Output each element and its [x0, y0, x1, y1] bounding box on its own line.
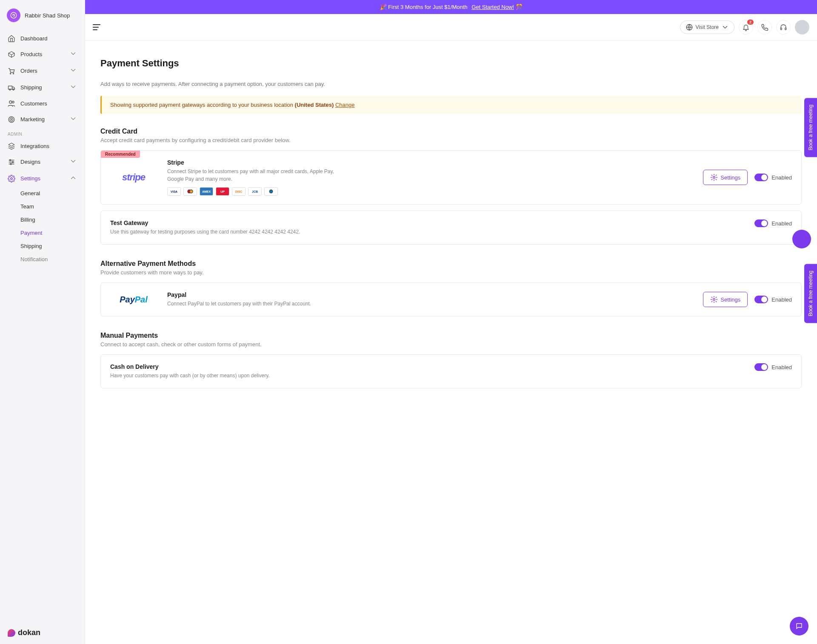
diners-icon — [264, 187, 278, 196]
gateway-name: Test Gateway — [110, 219, 744, 226]
chat-button[interactable] — [790, 617, 808, 635]
chevron-down-icon — [721, 23, 729, 31]
change-location-link[interactable]: Change — [335, 102, 355, 108]
svg-point-4 — [9, 89, 11, 90]
gateway-desc: Connect PayPal to let customers pay with… — [167, 300, 337, 308]
sidebar-sub-general[interactable]: General — [13, 187, 85, 200]
svg-point-0 — [11, 12, 17, 18]
svg-point-9 — [10, 118, 13, 121]
sidebar-item-designs[interactable]: Designs — [0, 154, 85, 170]
settings-submenu: General Team Billing Payment Shipping No… — [0, 187, 85, 266]
sidebar-item-customers[interactable]: Customers — [0, 96, 85, 111]
stripe-logo: stripe — [110, 172, 157, 183]
svg-point-14 — [11, 177, 13, 180]
chevron-up-icon — [69, 174, 77, 183]
sidebar: Rabbir Shad Shop Dashboard Products Orde… — [0, 0, 85, 644]
amex-icon: AMEX — [200, 187, 213, 196]
sliders-icon — [8, 158, 15, 166]
gateway-card-test: Test Gateway Use this gateway for testin… — [100, 211, 802, 245]
svg-point-8 — [9, 117, 14, 123]
unionpay-icon: UP — [216, 187, 229, 196]
section-manual: Manual Payments Connect to accept cash, … — [100, 332, 802, 388]
svg-point-2 — [13, 73, 14, 74]
sidebar-sub-team[interactable]: Team — [13, 200, 85, 213]
paypal-toggle[interactable] — [754, 296, 768, 303]
jcb-icon: JCB — [248, 187, 262, 196]
svg-point-22 — [713, 299, 715, 301]
promo-cta-link[interactable]: Get Started Now! — [471, 4, 514, 10]
shop-name: Rabbir Shad Shop — [25, 12, 70, 19]
sidebar-item-integrations[interactable]: Integrations — [0, 138, 85, 154]
sidebar-item-dashboard[interactable]: Dashboard — [0, 31, 85, 46]
admin-section-label: ADMIN — [0, 128, 85, 138]
globe-icon — [686, 23, 693, 31]
book-meeting-tab-2[interactable]: Book a free meeting — [804, 264, 817, 323]
section-sub: Provide customers with more ways to pay. — [100, 269, 802, 276]
chevron-down-icon — [69, 83, 77, 92]
mastercard-icon — [183, 187, 197, 196]
float-action-circle[interactable] — [792, 230, 811, 248]
section-title: Manual Payments — [100, 332, 802, 339]
page-title: Payment Settings — [100, 58, 802, 69]
test-toggle[interactable] — [754, 219, 768, 227]
chevron-down-icon — [69, 50, 77, 59]
visit-store-button[interactable]: Visit Store — [680, 20, 734, 34]
home-icon — [8, 34, 15, 42]
svg-point-7 — [12, 101, 14, 103]
svg-rect-16 — [780, 28, 782, 30]
svg-rect-17 — [785, 28, 786, 30]
chevron-down-icon — [69, 115, 77, 124]
headset-icon — [780, 23, 787, 31]
visa-icon: VISA — [167, 187, 181, 196]
svg-point-20 — [269, 190, 273, 193]
stripe-toggle[interactable] — [754, 174, 768, 181]
sidebar-sub-payment[interactable]: Payment — [13, 226, 85, 239]
sidebar-item-settings[interactable]: Settings — [0, 170, 85, 187]
section-alternative: Alternative Payment Methods Provide cust… — [100, 260, 802, 316]
promo-banner: 🎉 First 3 Months for Just $1/Month Get S… — [85, 0, 817, 14]
card-brand-icons: VISA AMEX UP DISC JCB — [167, 187, 693, 196]
sidebar-nav: Dashboard Products Orders Shipping Custo… — [0, 31, 85, 621]
phone-icon — [761, 23, 768, 31]
sidebar-sub-billing[interactable]: Billing — [13, 213, 85, 226]
sidebar-sub-shipping[interactable]: Shipping — [13, 239, 85, 253]
toggle-label: Enabled — [771, 174, 792, 181]
hamburger-icon[interactable] — [93, 24, 100, 30]
svg-point-5 — [13, 89, 14, 90]
users-icon — [8, 100, 15, 107]
chevron-down-icon — [69, 66, 77, 75]
svg-point-10 — [11, 119, 12, 120]
sidebar-item-marketing[interactable]: Marketing — [0, 111, 85, 128]
chat-icon — [795, 622, 803, 630]
stripe-settings-button[interactable]: Settings — [703, 170, 748, 185]
svg-point-19 — [190, 190, 193, 193]
content: Payment Settings Add ways to receive pay… — [85, 41, 817, 644]
sidebar-item-shipping[interactable]: Shipping — [0, 79, 85, 96]
dokan-brand[interactable]: dokan — [8, 628, 77, 637]
chevron-down-icon — [69, 157, 77, 166]
book-meeting-tab-1[interactable]: Book a free meeting — [804, 98, 817, 157]
layers-icon — [8, 142, 15, 150]
notifications-button[interactable]: 2 — [739, 20, 753, 34]
support-button[interactable] — [776, 20, 791, 34]
phone-button[interactable] — [757, 20, 772, 34]
shop-avatar-icon — [7, 9, 20, 22]
section-sub: Accept credit card payments by configuri… — [100, 137, 802, 143]
truck-icon — [8, 84, 15, 91]
sidebar-item-products[interactable]: Products — [0, 46, 85, 63]
sidebar-item-orders[interactable]: Orders — [0, 63, 85, 79]
sidebar-footer: dokan — [0, 621, 85, 644]
toggle-label: Enabled — [771, 364, 792, 370]
paypal-settings-button[interactable]: Settings — [703, 292, 748, 307]
gear-icon — [710, 174, 718, 181]
cod-toggle[interactable] — [754, 363, 768, 371]
sidebar-sub-notification[interactable]: Notification — [13, 253, 85, 266]
gateway-name: Stripe — [167, 159, 693, 166]
gateway-desc: Have your customers pay with cash (or by… — [110, 372, 744, 379]
notification-badge: 2 — [747, 20, 754, 25]
gateway-card-stripe: Recommended stripe Stripe Connect Stripe… — [100, 150, 802, 205]
shop-header[interactable]: Rabbir Shad Shop — [0, 0, 85, 31]
svg-point-1 — [10, 73, 11, 74]
user-avatar[interactable] — [795, 20, 809, 34]
discover-icon: DISC — [232, 187, 246, 196]
